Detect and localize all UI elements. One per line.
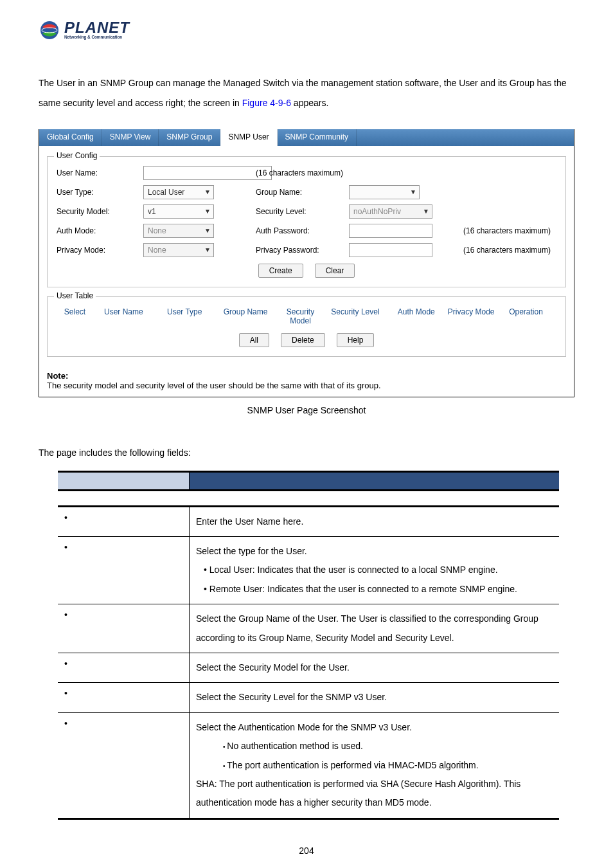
privacy-mode-label: Privacy Mode:	[57, 246, 143, 255]
privacy-mode-select[interactable]: None ▼	[143, 243, 214, 257]
security-model-select[interactable]: v1 ▼	[143, 204, 214, 219]
desc-bullet	[58, 653, 190, 682]
chevron-down-icon: ▼	[204, 227, 211, 234]
user-config-fieldset: User Config User Name: (16 characters ma…	[47, 156, 566, 287]
user-name-label: User Name:	[57, 168, 143, 177]
figure-link[interactable]: Figure 4-9-6	[242, 98, 291, 108]
screenshot-caption: SNMP User Page Screenshot	[39, 405, 574, 415]
privacy-password-hint: (16 characters maximum)	[458, 246, 556, 255]
tab-snmp-view[interactable]: SNMP View	[102, 129, 159, 146]
auth-mode-label: Auth Mode:	[57, 226, 143, 235]
desc-bullet	[58, 506, 190, 536]
security-model-label: Security Model:	[57, 207, 143, 216]
privacy-password-label: Privacy Password:	[256, 246, 349, 255]
planet-globe-icon	[39, 19, 60, 41]
help-button[interactable]: Help	[337, 333, 375, 347]
col-security-model: Security Model	[276, 306, 325, 327]
create-button[interactable]: Create	[258, 264, 303, 278]
auth-password-input[interactable]	[349, 224, 432, 238]
group-name-label: Group Name:	[256, 188, 349, 197]
fields-intro: The page includes the following fields:	[39, 448, 574, 458]
user-table-fieldset: User Table Select User Name User Type Gr…	[47, 296, 566, 357]
clear-button[interactable]: Clear	[315, 264, 355, 278]
tab-snmp-group[interactable]: SNMP Group	[159, 129, 220, 146]
group-name-select[interactable]: ▼	[349, 185, 420, 199]
desc-text: Select the Security Model for the User.	[190, 653, 560, 682]
desc-text: Select the Authentication Mode for the S…	[190, 712, 560, 818]
note-title: Note:	[47, 371, 566, 381]
chevron-down-icon: ▼	[204, 188, 211, 195]
all-button[interactable]: All	[239, 333, 269, 347]
col-user-name: User Name	[93, 306, 154, 327]
auth-password-label: Auth Password:	[256, 226, 349, 235]
chevron-down-icon: ▼	[423, 208, 429, 215]
tab-snmp-user[interactable]: SNMP User	[220, 129, 277, 146]
svg-point-0	[40, 21, 58, 39]
chevron-down-icon: ▼	[410, 188, 416, 195]
col-auth-mode: Auth Mode	[386, 306, 447, 327]
col-group-name: Group Name	[215, 306, 276, 327]
auth-mode-select[interactable]: None ▼	[143, 224, 214, 238]
desc-bullet	[58, 712, 190, 818]
auth-password-hint: (16 characters maximum)	[458, 226, 556, 235]
col-privacy-mode: Privacy Mode	[447, 306, 495, 327]
tab-global-config[interactable]: Global Config	[39, 129, 102, 146]
user-type-select[interactable]: Local User ▼	[143, 185, 214, 199]
intro-paragraph: The User in an SNMP Group can manage the…	[39, 73, 574, 113]
user-name-hint: (16 characters maximum)	[256, 168, 349, 177]
security-level-select[interactable]: noAuthNoPriv ▼	[349, 204, 432, 219]
desc-text: Enter the User Name here.	[190, 506, 560, 536]
note-text: The security model and security level of…	[47, 381, 566, 390]
desc-bullet	[58, 536, 190, 604]
screenshot-panel: Global Config SNMP View SNMP Group SNMP …	[39, 129, 574, 397]
chevron-down-icon: ▼	[204, 246, 211, 253]
user-table-header: Select User Name User Type Group Name Se…	[57, 306, 556, 327]
logo-subtitle: Networking & Communication	[64, 35, 130, 39]
col-user-type: User Type	[154, 306, 215, 327]
desc-text: Select the Security Level for the SNMP v…	[190, 683, 560, 712]
user-table-legend: User Table	[54, 291, 96, 300]
delete-button[interactable]: Delete	[281, 333, 325, 347]
note-block: Note: The security model and security le…	[39, 370, 574, 397]
col-operation: Operation	[495, 306, 556, 327]
user-type-label: User Type:	[57, 188, 143, 197]
desc-text: Select the Group Name of the User. The U…	[190, 604, 560, 653]
col-select: Select	[57, 306, 93, 327]
security-level-label: Security Level:	[256, 207, 349, 216]
chevron-down-icon: ▼	[204, 208, 211, 215]
privacy-password-input[interactable]	[349, 243, 432, 257]
user-name-input[interactable]	[143, 166, 272, 180]
desc-text: Select the type for the User. Local User…	[190, 536, 560, 604]
logo-title: PLANET	[64, 21, 130, 34]
col-security-level: Security Level	[324, 306, 386, 327]
description-table: Enter the User Name here. Select the typ…	[58, 471, 559, 820]
tab-snmp-community[interactable]: SNMP Community	[278, 129, 357, 146]
page-number: 204	[39, 845, 574, 856]
user-config-legend: User Config	[54, 151, 100, 160]
tab-bar: Global Config SNMP View SNMP Group SNMP …	[39, 129, 574, 146]
desc-bullet	[58, 683, 190, 712]
logo: PLANET Networking & Communication	[39, 19, 574, 41]
desc-bullet	[58, 604, 190, 653]
